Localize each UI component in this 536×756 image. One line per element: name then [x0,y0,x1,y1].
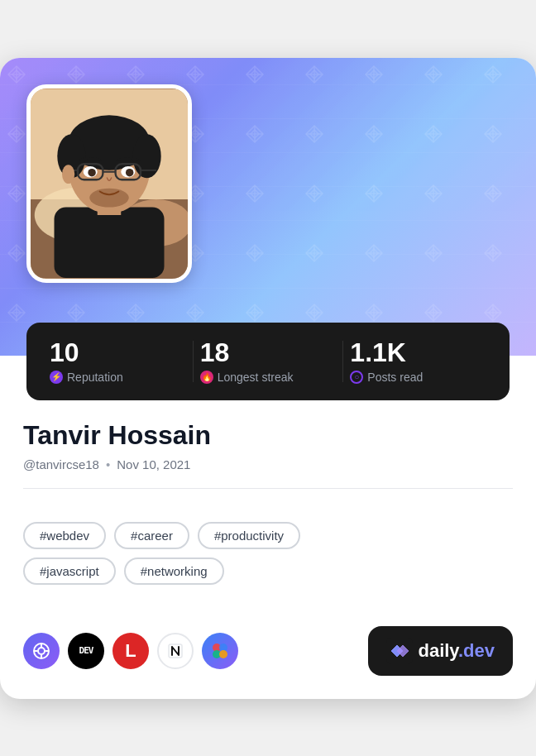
stats-bar: 10 ⚡ Reputation 18 🔥 Longest streak 1.1K… [26,323,510,400]
profile-card: 10 ⚡ Reputation 18 🔥 Longest streak 1.1K… [0,58,536,699]
svg-point-19 [88,168,96,176]
dev-social-icon[interactable]: DEV [68,633,104,669]
posts-label: ○ Posts read [350,371,486,384]
crosshair-social-icon[interactable] [23,633,60,669]
social-icons: DEV L [23,633,238,669]
streak-stat: 18 🔥 Longest streak [200,339,337,384]
card-header [0,58,536,356]
daily-dev-badge: daily.dev [368,626,513,676]
profile-divider [23,488,513,489]
profile-join-date: Nov 10, 2021 [117,457,190,471]
tag-career[interactable]: #career [114,522,189,549]
tag-networking[interactable]: #networking [124,557,224,585]
streak-label: 🔥 Longest streak [200,371,337,384]
tag-javascript[interactable]: #javascript [23,557,116,585]
posts-stat: 1.1K ○ Posts read [350,339,486,384]
multi-social-icon[interactable] [202,633,238,669]
profile-meta: @tanvircse18 • Nov 10, 2021 [23,457,513,471]
tags-row-2: #javascript #networking [23,557,513,585]
tag-webdev[interactable]: #webdev [23,522,106,549]
stat-divider-1 [193,341,194,382]
profile-name: Tanvir Hossain [23,420,513,451]
streak-value: 18 [200,339,337,366]
avatar [26,84,192,283]
notion-social-icon[interactable] [157,633,194,669]
stat-divider-2 [342,341,343,382]
posts-value: 1.1K [350,339,486,366]
svg-point-22 [62,165,74,184]
reputation-value: 10 [50,339,186,366]
svg-point-24 [38,648,45,654]
svg-point-21 [89,188,129,207]
profile-section: Tanvir Hossain @tanvircse18 • Nov 10, 20… [0,400,536,522]
svg-point-33 [219,650,227,658]
reputation-stat: 10 ⚡ Reputation [50,339,186,384]
svg-point-11 [133,134,161,178]
tags-row-1: #webdev #career #productivity [23,522,513,549]
lobsters-social-icon[interactable]: L [112,633,149,669]
tags-section: #webdev #career #productivity #javascrip… [0,522,536,613]
profile-handle: @tanvircse18 [23,457,99,471]
meta-dot: • [106,457,110,471]
posts-icon: ○ [350,371,363,384]
reputation-icon: ⚡ [50,371,63,384]
daily-dev-logo: daily.dev [386,638,495,664]
tag-productivity[interactable]: #productivity [198,522,300,549]
svg-rect-6 [55,207,165,278]
streak-icon: 🔥 [200,371,213,384]
daily-dev-text: daily.dev [418,642,495,660]
footer-section: DEV L [0,613,536,699]
reputation-label: ⚡ Reputation [50,371,186,384]
daily-dev-logo-icon [386,638,413,664]
svg-point-20 [126,168,134,176]
